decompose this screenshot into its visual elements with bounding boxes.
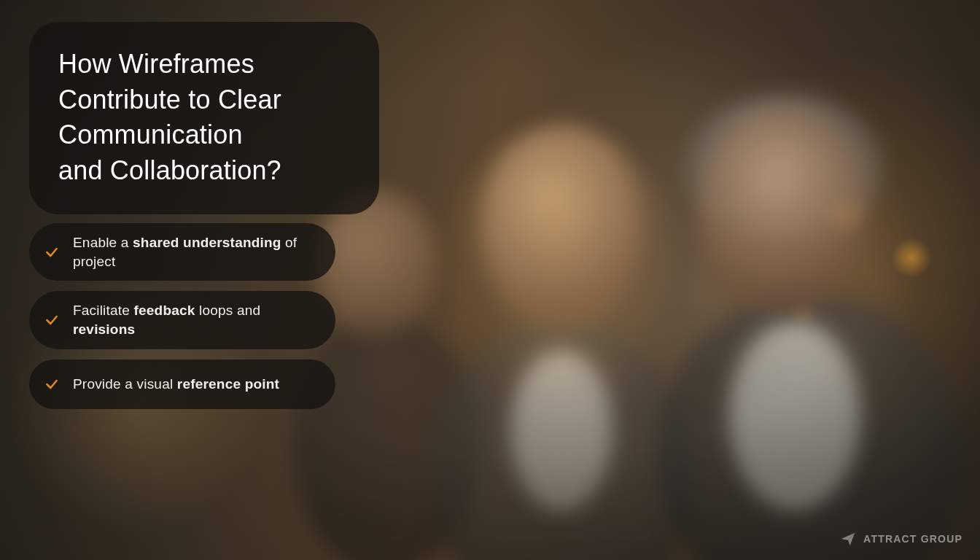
brand-name: ATTRACT GROUP — [863, 533, 962, 545]
list-item-text: Enable a shared understanding of project — [73, 233, 316, 271]
list-item: Provide a visual reference point — [29, 359, 335, 409]
title-line-2: Contribute to Clear — [58, 85, 281, 114]
list-item: Facilitate feedback loops and revisions — [29, 291, 335, 349]
content-overlay: How Wireframes Contribute to Clear Commu… — [0, 0, 980, 560]
check-icon — [44, 244, 60, 260]
check-icon — [44, 312, 60, 328]
list-item-text: Provide a visual reference point — [73, 375, 279, 394]
list-item: Enable a shared understanding of project — [29, 223, 335, 281]
brand-badge: ATTRACT GROUP — [840, 531, 962, 547]
check-icon — [44, 376, 60, 392]
bullet-list: Enable a shared understanding of project… — [29, 223, 335, 409]
paper-plane-icon — [840, 531, 856, 547]
title-line-4: and Collaboration? — [58, 155, 281, 185]
title-line-1: How Wireframes — [58, 49, 254, 79]
page-title: How Wireframes Contribute to Clear Commu… — [58, 47, 350, 188]
list-item-text: Facilitate feedback loops and revisions — [73, 301, 316, 338]
title-line-3: Communication — [58, 120, 243, 149]
title-card: How Wireframes Contribute to Clear Commu… — [29, 22, 379, 214]
